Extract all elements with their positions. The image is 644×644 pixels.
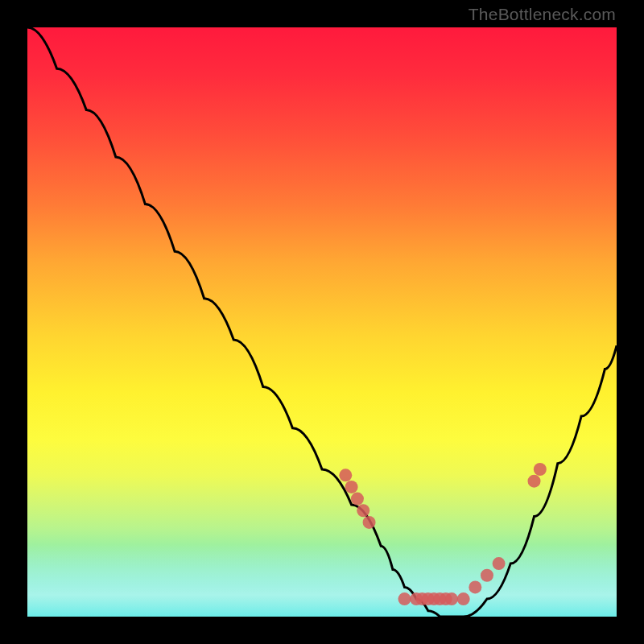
data-dot xyxy=(351,493,364,506)
data-dot xyxy=(345,481,358,493)
attribution-label: TheBottleneck.com xyxy=(469,5,616,24)
data-dot xyxy=(528,475,541,488)
bottleneck-curve-svg xyxy=(27,27,617,617)
bottleneck-curve xyxy=(27,27,617,617)
data-dot xyxy=(445,592,458,605)
data-dot xyxy=(493,557,506,570)
data-dot xyxy=(534,463,547,476)
data-dot xyxy=(481,569,493,582)
data-dot xyxy=(457,592,470,605)
data-dots xyxy=(339,463,547,605)
data-dot xyxy=(398,592,411,605)
data-dot xyxy=(469,580,481,593)
data-dot xyxy=(357,504,369,517)
data-dot xyxy=(339,469,352,481)
chart-container: TheBottleneck.com xyxy=(0,0,644,644)
plot-area xyxy=(27,27,617,617)
data-dot xyxy=(363,516,376,529)
